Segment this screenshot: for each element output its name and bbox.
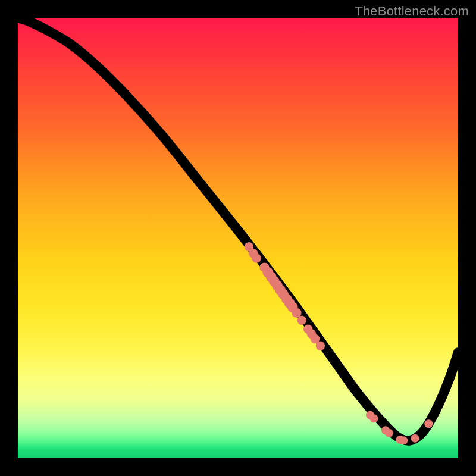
data-marker <box>316 342 325 351</box>
data-marker <box>411 434 419 443</box>
data-marker <box>385 429 393 437</box>
plot-area <box>18 18 458 458</box>
chart-stage: TheBottleneck.com <box>0 0 476 476</box>
data-marker <box>370 414 378 422</box>
data-marker <box>424 419 433 428</box>
curve-layer <box>18 18 458 458</box>
data-marker <box>298 316 307 325</box>
attribution-text: TheBottleneck.com <box>355 4 469 19</box>
data-markers <box>245 242 433 444</box>
data-marker <box>399 436 408 444</box>
bottleneck-curve <box>18 18 458 441</box>
data-marker <box>252 253 261 263</box>
